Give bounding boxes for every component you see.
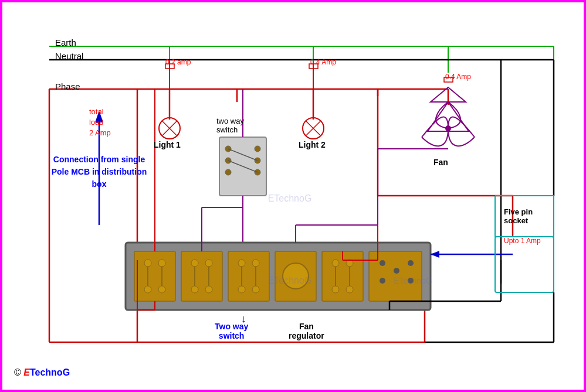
- svg-point-47: [158, 260, 165, 267]
- fan-label: Fan: [433, 158, 448, 167]
- svg-point-77: [408, 260, 414, 266]
- down-arrow-switch: ↓: [241, 313, 246, 325]
- svg-point-53: [191, 260, 198, 267]
- earth-label: Earth: [55, 38, 76, 47]
- svg-point-36: [225, 169, 231, 175]
- svg-point-37: [255, 146, 260, 152]
- svg-point-78: [394, 268, 399, 274]
- svg-point-62: [238, 286, 245, 293]
- svg-rect-52: [181, 251, 222, 301]
- svg-point-63: [252, 286, 259, 293]
- svg-point-49: [158, 286, 165, 293]
- neutral-label: Neutral: [55, 51, 83, 61]
- svg-point-61: [252, 260, 259, 267]
- svg-rect-59: [228, 251, 269, 301]
- connection-from-label: Connection from single Pole MCB in distr…: [46, 154, 152, 190]
- svg-text:ETechnoG: ETechnoG: [268, 193, 312, 203]
- svg-point-72: [346, 286, 353, 293]
- svg-point-46: [144, 260, 151, 267]
- svg-point-82: [445, 125, 451, 131]
- technog-text: TechnoG: [30, 367, 70, 377]
- svg-rect-108: [495, 237, 554, 292]
- light1-label: Light 1: [154, 140, 181, 149]
- two-way-switch-top-label: two wayswitch: [216, 117, 244, 134]
- five-pin-socket-label: Five pinsocket: [504, 207, 533, 225]
- svg-text:ETechnoG: ETechnoG: [268, 275, 312, 285]
- svg-point-69: [332, 260, 339, 267]
- copyright-symbol: ©: [14, 367, 21, 377]
- 02amp-label: 0.2 amp: [165, 58, 191, 66]
- e-letter: E: [23, 367, 30, 377]
- copyright-label: © ETechnoG: [14, 367, 70, 378]
- diagram-area: ETechnoG ETechnoG ETechnoG Earth Neutral…: [2, 2, 584, 390]
- svg-point-54: [205, 260, 212, 267]
- svg-rect-45: [134, 251, 175, 301]
- svg-point-76: [380, 260, 385, 266]
- 04amp-right-label: 0.4 Amp: [445, 73, 471, 81]
- outer-border: ETechnoG ETechnoG ETechnoG Earth Neutral…: [0, 0, 586, 392]
- light2-label: Light 2: [299, 140, 326, 149]
- 04amp-left-label: 0.4 Amp: [310, 58, 336, 66]
- upto-1amp-label: Upto 1 Amp: [504, 237, 541, 245]
- svg-point-60: [238, 260, 245, 267]
- svg-point-55: [191, 286, 198, 293]
- svg-text:ETechnoG: ETechnoG: [394, 276, 432, 285]
- svg-point-48: [144, 286, 151, 293]
- svg-marker-107: [431, 251, 439, 258]
- phase-label: Phase: [55, 81, 80, 91]
- total-load-label: totalload2 Amp: [89, 107, 111, 139]
- svg-point-79: [380, 278, 385, 284]
- svg-point-71: [332, 286, 339, 293]
- svg-point-56: [205, 286, 212, 293]
- fan-regulator-label: Fanregulator: [289, 322, 324, 340]
